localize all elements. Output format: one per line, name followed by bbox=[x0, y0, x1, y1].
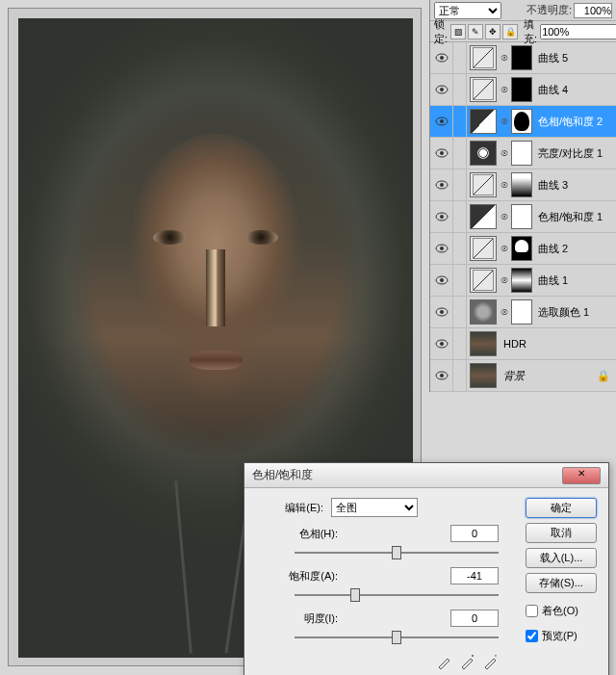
layer-row[interactable]: HDR bbox=[430, 328, 616, 360]
layer-thumb[interactable] bbox=[470, 45, 497, 70]
visibility-toggle[interactable] bbox=[430, 42, 453, 74]
link-col bbox=[453, 233, 467, 265]
preview-label: 预览(P) bbox=[542, 629, 578, 643]
layer-name[interactable]: 背景 bbox=[500, 369, 597, 383]
link-icon[interactable]: ⦿ bbox=[500, 86, 509, 94]
lock-transparent-icon[interactable]: ▧ bbox=[450, 24, 466, 39]
layer-row[interactable]: ⦿选取颜色 1 bbox=[430, 297, 616, 328]
lock-all-icon[interactable]: 🔒 bbox=[502, 24, 518, 39]
dialog-titlebar[interactable]: 色相/饱和度 ✕ bbox=[244, 463, 608, 488]
lightness-slider[interactable] bbox=[295, 629, 499, 646]
load-button[interactable]: 载入(L)... bbox=[526, 548, 597, 568]
cancel-button[interactable]: 取消 bbox=[526, 523, 597, 543]
visibility-toggle[interactable] bbox=[430, 74, 453, 106]
layer-name[interactable]: 色相/饱和度 2 bbox=[534, 115, 616, 129]
lock-move-icon[interactable]: ✥ bbox=[485, 24, 500, 39]
link-icon[interactable]: ⦿ bbox=[500, 213, 509, 221]
layer-mask-thumb[interactable] bbox=[511, 77, 532, 102]
link-col bbox=[453, 74, 467, 106]
layer-name[interactable]: 选取颜色 1 bbox=[534, 305, 616, 320]
link-icon[interactable]: ⦿ bbox=[500, 54, 509, 63]
layer-mask-thumb[interactable] bbox=[511, 236, 532, 261]
layer-row[interactable]: ⦿曲线 1 bbox=[430, 265, 616, 297]
layer-thumb[interactable] bbox=[470, 236, 497, 261]
visibility-toggle[interactable] bbox=[430, 201, 453, 233]
saturation-input[interactable] bbox=[450, 567, 499, 584]
layer-thumb[interactable] bbox=[470, 109, 497, 134]
layer-thumb[interactable] bbox=[470, 299, 497, 325]
ok-button[interactable]: 确定 bbox=[526, 498, 597, 518]
opacity-input[interactable] bbox=[574, 3, 612, 18]
edit-select[interactable]: 全图 bbox=[331, 498, 418, 517]
layer-name[interactable]: 曲线 4 bbox=[534, 83, 616, 97]
layer-name[interactable]: 曲线 2 bbox=[534, 242, 616, 256]
link-col bbox=[453, 42, 467, 74]
layer-thumb[interactable] bbox=[470, 204, 497, 229]
layer-mask-thumb[interactable] bbox=[511, 141, 532, 166]
visibility-toggle[interactable] bbox=[430, 328, 453, 360]
visibility-toggle[interactable] bbox=[430, 138, 453, 169]
layer-name[interactable]: 色相/饱和度 1 bbox=[534, 210, 616, 224]
layer-name[interactable]: HDR bbox=[500, 338, 616, 350]
layer-mask-thumb[interactable] bbox=[511, 109, 532, 134]
preview-checkbox[interactable] bbox=[526, 630, 538, 642]
layer-thumb[interactable] bbox=[470, 363, 497, 388]
link-col bbox=[453, 138, 467, 169]
hue-slider[interactable] bbox=[295, 544, 499, 561]
visibility-toggle[interactable] bbox=[430, 265, 453, 297]
lock-brush-icon[interactable]: ✎ bbox=[468, 24, 483, 39]
svg-point-9 bbox=[440, 183, 444, 187]
layer-thumb[interactable] bbox=[470, 268, 497, 293]
visibility-toggle[interactable] bbox=[430, 360, 453, 392]
save-button[interactable]: 存储(S)... bbox=[526, 573, 597, 593]
layer-row[interactable]: ⦿曲线 3 bbox=[430, 169, 616, 201]
saturation-slider[interactable] bbox=[295, 586, 499, 604]
link-icon[interactable]: ⦿ bbox=[500, 117, 509, 126]
hue-input[interactable] bbox=[450, 525, 499, 542]
layer-mask-thumb[interactable] bbox=[511, 268, 532, 293]
layer-thumb[interactable] bbox=[470, 331, 497, 356]
layer-row[interactable]: ⦿曲线 5 bbox=[430, 42, 616, 74]
layer-thumb[interactable] bbox=[470, 172, 497, 197]
link-icon[interactable]: ⦿ bbox=[500, 245, 509, 253]
layer-mask-thumb[interactable] bbox=[511, 299, 532, 325]
eyedropper-icon[interactable] bbox=[437, 654, 452, 669]
layer-name[interactable]: 亮度/对比度 1 bbox=[534, 146, 616, 161]
layer-name[interactable]: 曲线 3 bbox=[534, 178, 616, 193]
edit-label: 编辑(E): bbox=[256, 501, 323, 515]
eyedropper-subtract-icon[interactable] bbox=[483, 654, 499, 669]
link-icon[interactable]: ⦿ bbox=[500, 181, 509, 190]
layer-row[interactable]: ⦿曲线 2 bbox=[430, 233, 616, 265]
visibility-toggle[interactable] bbox=[430, 233, 453, 265]
close-icon[interactable]: ✕ bbox=[562, 467, 601, 484]
svg-point-19 bbox=[440, 342, 444, 346]
colorize-checkbox[interactable] bbox=[526, 605, 538, 617]
link-col bbox=[453, 265, 467, 297]
layer-name[interactable]: 曲线 5 bbox=[534, 51, 616, 65]
lightness-input[interactable] bbox=[450, 610, 499, 627]
layer-thumb[interactable] bbox=[470, 77, 497, 102]
layer-row[interactable]: ⦿亮度/对比度 1 bbox=[430, 138, 616, 169]
visibility-toggle[interactable] bbox=[430, 297, 453, 328]
svg-point-3 bbox=[440, 88, 444, 91]
eyedropper-add-icon[interactable] bbox=[460, 654, 475, 669]
layer-row[interactable]: ⦿曲线 4 bbox=[430, 74, 616, 106]
svg-point-21 bbox=[440, 374, 444, 377]
layer-mask-thumb[interactable] bbox=[511, 172, 532, 197]
link-icon[interactable]: ⦿ bbox=[500, 276, 509, 285]
svg-point-13 bbox=[440, 247, 444, 250]
layer-mask-thumb[interactable] bbox=[511, 204, 532, 229]
layer-name[interactable]: 曲线 1 bbox=[534, 273, 616, 288]
opacity-label: 不透明度: bbox=[526, 3, 572, 17]
layer-row[interactable]: 背景🔒 bbox=[430, 360, 616, 392]
layer-thumb[interactable] bbox=[470, 141, 497, 166]
link-icon[interactable]: ⦿ bbox=[500, 308, 509, 317]
link-icon[interactable]: ⦿ bbox=[500, 149, 509, 158]
svg-point-17 bbox=[440, 310, 444, 314]
visibility-toggle[interactable] bbox=[430, 169, 453, 201]
layer-mask-thumb[interactable] bbox=[511, 45, 532, 70]
layer-row[interactable]: ⦿色相/饱和度 2 bbox=[430, 106, 616, 138]
layer-row[interactable]: ⦿色相/饱和度 1 bbox=[430, 201, 616, 233]
fill-input[interactable] bbox=[540, 24, 616, 39]
visibility-toggle[interactable] bbox=[430, 106, 453, 138]
